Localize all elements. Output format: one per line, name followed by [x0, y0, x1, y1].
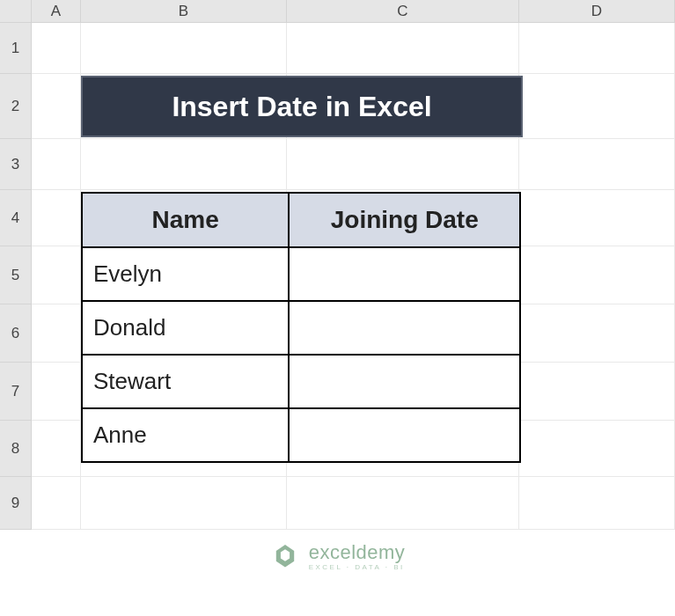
cell-name[interactable]: Stewart	[82, 355, 289, 408]
row-header-6[interactable]: 6	[0, 304, 32, 363]
cell-d1[interactable]	[519, 23, 675, 74]
cell-name[interactable]: Evelyn	[82, 247, 289, 301]
cell-d7[interactable]	[519, 363, 675, 421]
row-header-1[interactable]: 1	[0, 23, 32, 74]
header-name: Name	[82, 193, 289, 247]
cell-date[interactable]	[289, 247, 520, 301]
cell-d5[interactable]	[519, 246, 675, 304]
cell-date[interactable]	[289, 408, 520, 462]
cell-b3[interactable]	[81, 139, 287, 190]
table-row: Anne	[82, 408, 520, 462]
table-header-row: Name Joining Date	[82, 193, 520, 247]
watermark-subtext: EXCEL · DATA · BI	[309, 564, 406, 571]
page-title: Insert Date in Excel	[81, 76, 523, 137]
cell-c1[interactable]	[287, 23, 519, 74]
table-row: Stewart	[82, 355, 520, 408]
col-header-d[interactable]: D	[519, 0, 675, 23]
cell-d4[interactable]	[519, 190, 675, 246]
col-header-c[interactable]: C	[287, 0, 519, 23]
cell-d2[interactable]	[519, 74, 675, 139]
cell-d6[interactable]	[519, 304, 675, 363]
cell-b1[interactable]	[81, 23, 287, 74]
cell-name[interactable]: Anne	[82, 408, 289, 462]
cell-a2[interactable]	[32, 74, 81, 139]
table-row: Evelyn	[82, 247, 520, 301]
cell-d9[interactable]	[519, 477, 675, 530]
row-header-2[interactable]: 2	[0, 74, 32, 139]
watermark-text: exceldemy	[309, 543, 406, 562]
data-table: Name Joining Date Evelyn Donald Stewart …	[81, 192, 521, 463]
col-header-a[interactable]: A	[32, 0, 81, 23]
cell-name[interactable]: Donald	[82, 301, 289, 355]
cell-a3[interactable]	[32, 139, 81, 190]
cell-a5[interactable]	[32, 246, 81, 304]
row-header-9[interactable]: 9	[0, 477, 32, 530]
watermark: exceldemy EXCEL · DATA · BI	[0, 540, 675, 574]
cell-date[interactable]	[289, 355, 520, 408]
cell-date[interactable]	[289, 301, 520, 355]
cell-b9[interactable]	[81, 477, 287, 530]
cell-a9[interactable]	[32, 477, 81, 530]
row-header-5[interactable]: 5	[0, 246, 32, 304]
row-header-4[interactable]: 4	[0, 190, 32, 246]
select-all-corner[interactable]	[0, 0, 32, 23]
cell-a4[interactable]	[32, 190, 81, 246]
table-row: Donald	[82, 301, 520, 355]
header-date: Joining Date	[289, 193, 520, 247]
cell-a7[interactable]	[32, 363, 81, 421]
row-header-3[interactable]: 3	[0, 139, 32, 190]
cell-c3[interactable]	[287, 139, 519, 190]
row-header-7[interactable]: 7	[0, 363, 32, 421]
cell-a6[interactable]	[32, 304, 81, 363]
row-header-8[interactable]: 8	[0, 421, 32, 477]
cell-d8[interactable]	[519, 421, 675, 477]
cell-c9[interactable]	[287, 477, 519, 530]
logo-icon	[270, 540, 300, 574]
col-header-b[interactable]: B	[81, 0, 287, 23]
cell-a8[interactable]	[32, 421, 81, 477]
cell-a1[interactable]	[32, 23, 81, 74]
cell-d3[interactable]	[519, 139, 675, 190]
